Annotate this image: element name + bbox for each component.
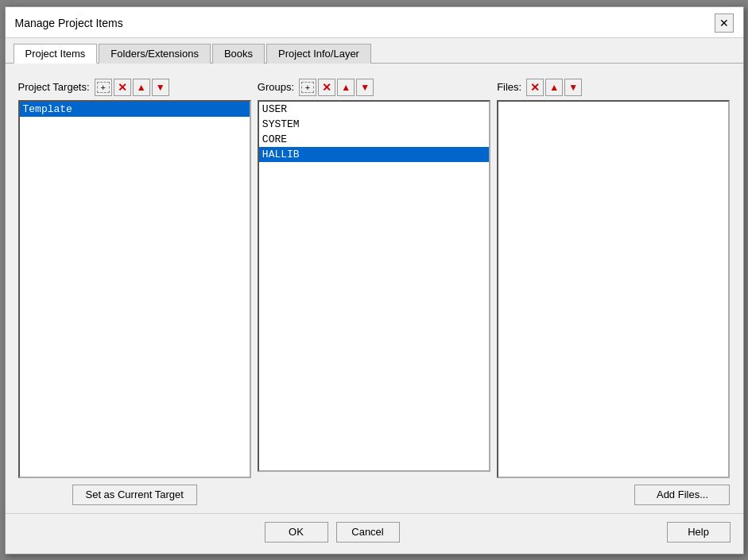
delete-icon: ✕ xyxy=(530,81,540,94)
main-content: Project Targets: + ✕ ▲ ▼ Template xyxy=(6,64,743,513)
delete-icon: ✕ xyxy=(322,81,331,94)
files-up-btn[interactable]: ▲ xyxy=(545,79,563,96)
list-item[interactable]: CORE xyxy=(259,132,489,147)
files-delete-btn[interactable]: ✕ xyxy=(526,79,544,96)
tab-books[interactable]: Books xyxy=(212,44,265,64)
files-label: Files: xyxy=(497,81,521,93)
ok-button[interactable]: OK xyxy=(265,522,328,543)
tab-folders-extensions[interactable]: Folders/Extensions xyxy=(99,44,211,64)
panels-row: Project Targets: + ✕ ▲ ▼ Template xyxy=(18,76,731,505)
project-targets-delete-btn[interactable]: ✕ xyxy=(114,79,131,96)
list-item[interactable]: Template xyxy=(20,102,250,117)
delete-icon: ✕ xyxy=(118,81,127,94)
add-files-btn[interactable]: Add Files... xyxy=(634,485,730,505)
project-targets-down-btn[interactable]: ▼ xyxy=(152,79,169,96)
up-icon: ▲ xyxy=(549,82,559,93)
help-button[interactable]: Help xyxy=(667,522,731,543)
project-targets-footer: Set as Current Target xyxy=(18,485,251,505)
down-icon: ▼ xyxy=(156,82,165,93)
up-icon: ▲ xyxy=(137,82,146,93)
new-icon: + xyxy=(97,82,110,93)
project-targets-label: Project Targets: xyxy=(18,81,90,93)
list-item[interactable]: SYSTEM xyxy=(259,117,489,132)
groups-panel: Groups: + ✕ ▲ ▼ USER SYSTE xyxy=(258,76,490,505)
tab-project-items[interactable]: Project Items xyxy=(14,44,98,64)
project-targets-header: Project Targets: + ✕ ▲ ▼ xyxy=(18,76,251,98)
project-targets-up-btn[interactable]: ▲ xyxy=(133,79,150,96)
project-targets-panel: Project Targets: + ✕ ▲ ▼ Template xyxy=(18,76,251,505)
up-icon: ▲ xyxy=(341,82,351,93)
cancel-button[interactable]: Cancel xyxy=(336,522,400,543)
down-icon: ▼ xyxy=(568,82,578,93)
groups-header: Groups: + ✕ ▲ ▼ xyxy=(258,76,490,98)
files-down-btn[interactable]: ▼ xyxy=(564,79,582,96)
list-item[interactable]: HALLIB xyxy=(259,147,489,162)
tab-bar: Project Items Folders/Extensions Books P… xyxy=(6,38,743,64)
bottom-bar: OK Cancel Help xyxy=(6,513,743,554)
files-footer: Add Files... xyxy=(497,485,730,505)
groups-new-btn[interactable]: + xyxy=(299,79,316,96)
project-targets-list[interactable]: Template xyxy=(18,100,251,478)
dialog-title: Manage Project Items xyxy=(15,17,123,29)
groups-delete-btn[interactable]: ✕ xyxy=(318,79,335,96)
new-icon: + xyxy=(301,82,314,93)
files-list[interactable] xyxy=(497,100,730,478)
groups-up-btn[interactable]: ▲ xyxy=(337,79,355,96)
list-item[interactable]: USER xyxy=(259,102,489,117)
set-current-target-btn[interactable]: Set as Current Target xyxy=(72,485,197,505)
files-panel: Files: ✕ ▲ ▼ Add Files... xyxy=(497,76,730,505)
tab-project-info-layer[interactable]: Project Info/Layer xyxy=(266,44,371,64)
manage-project-items-dialog: Manage Project Items ✕ Project Items Fol… xyxy=(5,6,744,554)
files-header: Files: ✕ ▲ ▼ xyxy=(497,76,730,98)
project-targets-new-btn[interactable]: + xyxy=(95,79,112,96)
close-button[interactable]: ✕ xyxy=(715,14,734,33)
groups-list[interactable]: USER SYSTEM CORE HALLIB xyxy=(258,100,490,472)
down-icon: ▼ xyxy=(360,82,370,93)
groups-label: Groups: xyxy=(258,81,294,93)
title-bar: Manage Project Items ✕ xyxy=(6,7,743,38)
groups-footer xyxy=(258,478,490,505)
groups-down-btn[interactable]: ▼ xyxy=(356,79,374,96)
